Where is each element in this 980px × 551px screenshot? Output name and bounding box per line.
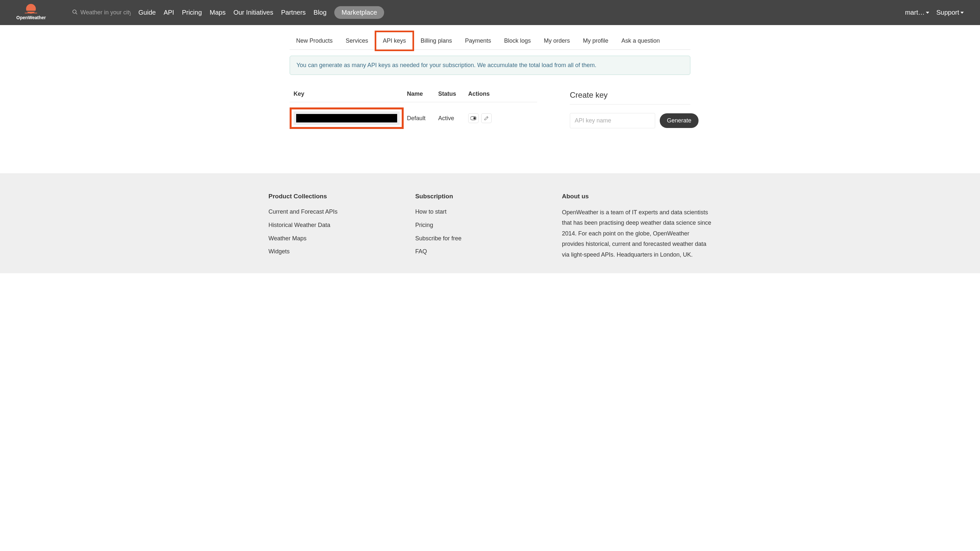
footer-heading-about: About us (562, 193, 711, 200)
api-key-highlight (290, 108, 404, 129)
footer-heading-subscription: Subscription (415, 193, 542, 200)
nav-blog[interactable]: Blog (313, 9, 326, 16)
create-key-panel: Create key Generate (570, 91, 690, 134)
footer-link-weather-maps[interactable]: Weather Maps (269, 234, 396, 243)
generate-button[interactable]: Generate (660, 113, 698, 128)
footer-about-text: OpenWeather is a team of IT experts and … (562, 207, 711, 260)
logo-text: OpenWeather (16, 15, 46, 20)
svg-line-1 (76, 13, 77, 14)
footer-link-historical[interactable]: Historical Weather Data (269, 221, 396, 230)
create-key-title: Create key (570, 91, 690, 105)
info-alert: You can generate as many API keys as nee… (290, 56, 690, 75)
search-icon (72, 9, 78, 16)
footer-link-widgets[interactable]: Widgets (269, 247, 396, 256)
search-input[interactable] (78, 8, 133, 17)
tab-api-keys[interactable]: API keys (375, 30, 414, 51)
svg-point-3 (473, 117, 476, 119)
footer-link-pricing[interactable]: Pricing (415, 221, 542, 230)
nav-marketplace[interactable]: Marketplace (334, 6, 384, 19)
footer-link-subscribe-free[interactable]: Subscribe for free (415, 234, 542, 243)
nav-our-initiatives[interactable]: Our Initiatives (233, 9, 273, 16)
nav-maps[interactable]: Maps (210, 9, 226, 16)
table-row: Default Active (290, 102, 537, 134)
svg-point-0 (73, 10, 76, 13)
col-status: Status (438, 91, 468, 97)
support-menu[interactable]: Support (936, 9, 964, 16)
tab-my-orders[interactable]: My orders (537, 32, 576, 49)
footer-col-about: About us OpenWeather is a team of IT exp… (562, 193, 711, 260)
footer-heading-products: Product Collections (269, 193, 396, 200)
api-keys-table: Key Name Status Actions Default Active (290, 91, 537, 134)
nav-guide[interactable]: Guide (138, 9, 156, 16)
tab-payments[interactable]: Payments (458, 32, 498, 49)
col-actions: Actions (468, 91, 490, 97)
edit-icon (484, 116, 489, 121)
col-key: Key (290, 91, 407, 97)
nav-right: mart… Support (905, 9, 964, 16)
search-wrap (72, 8, 133, 17)
key-actions (468, 113, 492, 123)
table-header: Key Name Status Actions (290, 91, 537, 102)
footer-col-subscription: Subscription How to start Pricing Subscr… (415, 193, 542, 260)
toggle-on-icon (471, 116, 476, 120)
nav-api[interactable]: API (164, 9, 174, 16)
tab-my-profile[interactable]: My profile (576, 32, 615, 49)
support-label: Support (936, 9, 959, 16)
toggle-key-button[interactable] (468, 113, 479, 123)
key-name: Default (407, 115, 438, 122)
account-tabs: New Products Services API keys Billing p… (290, 32, 690, 50)
footer-col-products: Product Collections Current and Forecast… (269, 193, 396, 260)
nav-pricing[interactable]: Pricing (182, 9, 202, 16)
footer: Product Collections Current and Forecast… (0, 173, 980, 273)
nav-partners[interactable]: Partners (281, 9, 306, 16)
user-name: mart… (905, 9, 924, 16)
api-key-value-redacted[interactable] (296, 114, 397, 122)
api-key-name-input[interactable] (570, 113, 655, 128)
user-menu[interactable]: mart… (905, 9, 929, 16)
footer-link-faq[interactable]: FAQ (415, 247, 542, 256)
edit-key-button[interactable] (481, 113, 492, 123)
chevron-down-icon (926, 12, 929, 14)
logo[interactable]: OpenWeather (16, 5, 46, 20)
tab-ask-a-question[interactable]: Ask a question (615, 32, 666, 49)
footer-link-current-forecast[interactable]: Current and Forecast APIs (269, 207, 396, 216)
key-status: Active (438, 115, 468, 122)
col-name: Name (407, 91, 438, 97)
tab-new-products[interactable]: New Products (290, 32, 339, 49)
tab-services[interactable]: Services (339, 32, 375, 49)
logo-icon (24, 5, 37, 14)
main-nav: Guide API Pricing Maps Our Initiatives P… (138, 6, 385, 19)
chevron-down-icon (961, 12, 964, 14)
footer-link-how-to-start[interactable]: How to start (415, 207, 542, 216)
tab-billing-plans[interactable]: Billing plans (414, 32, 458, 49)
header: OpenWeather Guide API Pricing Maps Our I… (0, 0, 980, 25)
tab-block-logs[interactable]: Block logs (498, 32, 537, 49)
